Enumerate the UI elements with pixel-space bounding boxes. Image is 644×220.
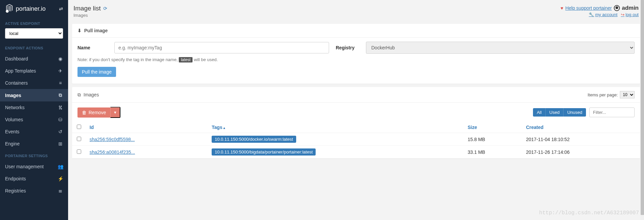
- tag-note: Note: if you don't specify the tag in th…: [77, 57, 635, 62]
- dashboard-icon: ◉: [58, 56, 63, 61]
- grid-icon: ⊞: [58, 141, 63, 146]
- select-all-checkbox[interactable]: [77, 125, 81, 129]
- pull-image-panel: ⬇ Pull image Name Registry DockerHub Not…: [72, 24, 640, 84]
- col-tags[interactable]: Tags▴: [208, 122, 464, 133]
- breadcrumb: Images: [73, 13, 107, 18]
- image-id-link[interactable]: sha256:59c0df5598...: [90, 137, 135, 142]
- logo-area: portainer.io ⇄: [0, 0, 68, 17]
- sort-asc-icon: ▴: [223, 126, 225, 130]
- endpoint-actions-label: ENDPOINT ACTIONS: [0, 42, 68, 53]
- sidebar-item-users[interactable]: User management 👥: [0, 161, 68, 173]
- page-title: Image list: [73, 5, 101, 12]
- col-created[interactable]: Created: [522, 122, 640, 133]
- heart-icon: ♥: [560, 5, 563, 11]
- sidebar-item-events[interactable]: Events ↺: [0, 126, 68, 138]
- user-chip: admin: [614, 5, 639, 11]
- filter-used[interactable]: Used: [546, 108, 564, 117]
- scrollbar[interactable]: [641, 0, 644, 220]
- main-content: Image list ⟳ Images ♥ Help support porta…: [68, 0, 644, 220]
- remove-button[interactable]: 🗑 Remove: [77, 107, 110, 118]
- images-toolbar: 🗑 Remove ▾ All Used Unused: [72, 103, 640, 122]
- filter-pills: All Used Unused: [533, 108, 586, 117]
- col-size[interactable]: Size: [464, 122, 522, 133]
- tag-badge: 10.0.11.150:5000/bigdata/portainer/porta…: [212, 148, 316, 156]
- images-header: ⧉ Images Items per page: 10: [72, 87, 640, 103]
- latest-badge: latest: [179, 57, 193, 62]
- trash-icon: 🗑: [82, 110, 87, 115]
- history-icon: ↺: [58, 129, 63, 134]
- sidebar-item-networks[interactable]: Networks ⛕: [0, 101, 68, 114]
- created-cell: 2017-11-04 18:10:52: [522, 133, 640, 146]
- download-icon: ⬇: [77, 28, 82, 33]
- items-per-page-select[interactable]: 10: [620, 91, 635, 98]
- pull-image-header: ⬇ Pull image: [72, 24, 640, 38]
- sitemap-icon: ⛕: [58, 105, 63, 110]
- sidebar-item-engine[interactable]: Engine ⊞: [0, 138, 68, 150]
- size-cell: 15.8 MB: [464, 133, 522, 146]
- page-header: Image list ⟳ Images ♥ Help support porta…: [72, 3, 640, 20]
- sidebar-item-templates[interactable]: App Templates ✈: [0, 65, 68, 77]
- svg-point-0: [6, 10, 9, 13]
- filter-input[interactable]: [589, 107, 635, 117]
- swap-icon[interactable]: ⇄: [59, 6, 63, 11]
- sidebar-item-images[interactable]: Images ⧉: [0, 89, 68, 101]
- users-icon: 👥: [58, 164, 63, 169]
- name-label: Name: [77, 45, 108, 50]
- portainer-settings-label: PORTAINER SETTINGS: [0, 150, 68, 161]
- image-id-link[interactable]: sha256:a00814f235...: [90, 149, 135, 155]
- image-name-input[interactable]: [114, 42, 329, 53]
- database-icon: ⛁: [58, 117, 63, 122]
- col-id[interactable]: Id: [86, 122, 208, 133]
- sidebar-item-dashboard[interactable]: Dashboard ◉: [0, 53, 68, 65]
- remove-dropdown-toggle[interactable]: ▾: [110, 107, 120, 118]
- pull-image-button[interactable]: Pull the image: [77, 67, 116, 77]
- logo[interactable]: portainer.io: [5, 4, 46, 13]
- size-cell: 33.1 MB: [464, 146, 522, 159]
- clone-icon: ⧉: [77, 92, 81, 98]
- sidebar: portainer.io ⇄ ACTIVE ENDPOINT local END…: [0, 0, 68, 220]
- sidebar-item-volumes[interactable]: Volumes ⛁: [0, 114, 68, 126]
- chevron-down-icon: ▾: [114, 110, 116, 115]
- images-panel: ⧉ Images Items per page: 10 🗑 Remove ▾: [72, 87, 640, 159]
- clone-icon: ⧉: [58, 92, 63, 98]
- avatar-icon: [614, 5, 620, 11]
- support-link[interactable]: Help support portainer: [565, 5, 612, 11]
- signout-icon: ↪: [621, 12, 625, 17]
- stack-icon: ≣: [58, 188, 63, 193]
- row-checkbox[interactable]: [77, 137, 81, 141]
- user-name: admin: [622, 5, 639, 11]
- endpoint-select[interactable]: local: [5, 28, 63, 39]
- tag-badge: 10.0.11.150:5000/docker.io/swarm:latest: [212, 136, 296, 143]
- created-cell: 2017-11-26 17:14:06: [522, 146, 640, 159]
- table-row: sha256:a00814f235... 10.0.11.150:5000/bi…: [72, 146, 640, 159]
- table-row: sha256:59c0df5598... 10.0.11.150:5000/do…: [72, 133, 640, 146]
- refresh-icon[interactable]: ⟳: [103, 6, 107, 11]
- items-per-page: Items per page: 10: [588, 91, 635, 98]
- plug-icon: ⚡: [58, 176, 63, 181]
- my-account-link[interactable]: 🔧my account: [589, 12, 617, 17]
- wrench-icon: 🔧: [589, 12, 594, 17]
- rocket-icon: ✈: [58, 68, 63, 74]
- active-endpoint-label: ACTIVE ENDPOINT: [0, 17, 68, 28]
- logo-text: portainer.io: [16, 5, 46, 12]
- images-table: Id Tags▴ Size Created sha256:59c0df5598.…: [72, 122, 640, 159]
- logout-link[interactable]: ↪log out: [621, 12, 639, 17]
- registry-select[interactable]: DockerHub: [366, 42, 635, 54]
- row-checkbox[interactable]: [77, 149, 81, 154]
- sidebar-item-registries[interactable]: Registries ≣: [0, 185, 68, 197]
- registry-label: Registry: [336, 45, 359, 50]
- portainer-logo-icon: [5, 4, 14, 13]
- filter-all[interactable]: All: [533, 108, 545, 117]
- sidebar-item-containers[interactable]: Containers ≡: [0, 77, 68, 89]
- filter-unused[interactable]: Unused: [564, 108, 586, 117]
- list-icon: ≡: [58, 80, 63, 86]
- sidebar-item-endpoints[interactable]: Endpoints ⚡: [0, 173, 68, 185]
